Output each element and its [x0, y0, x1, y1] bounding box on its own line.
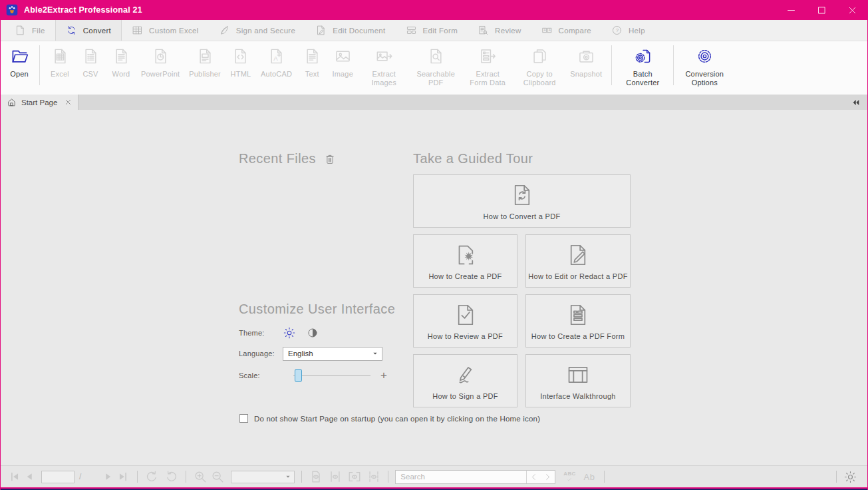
toolbar-button-label: Searchable PDF [414, 70, 457, 87]
copy-clipboard-icon [531, 47, 549, 65]
open-button[interactable]: Open [4, 41, 35, 79]
zoom-in-icon [193, 469, 208, 484]
scale-increase-button[interactable]: + [380, 369, 387, 382]
menu-tab-label: Edit Document [333, 27, 385, 35]
tour-card-how-to-review-a-pdf[interactable]: How to Review a PDF [413, 294, 517, 348]
publisher-button: Publisher [184, 41, 225, 79]
menu-tab-label: Custom Excel [149, 27, 199, 35]
tour-card-how-to-edit-or-redact-a-pdf[interactable]: How to Edit or Redact a PDF [525, 234, 631, 288]
csv-button: CSV [75, 41, 106, 79]
maximize-icon [816, 5, 827, 16]
menu-tab-label: Sign and Secure [236, 27, 296, 35]
menu-tab-custom-excel[interactable]: Custom Excel [122, 20, 209, 41]
maximize-button[interactable] [806, 0, 837, 20]
minimize-icon [786, 5, 797, 16]
searchable-pdf-button: Searchable PDF [410, 41, 462, 87]
rotate-clockwise-icon [144, 469, 159, 484]
custom-excel-icon [132, 25, 143, 36]
svg-text:A: A [543, 29, 546, 32]
tour-card-how-to-sign-a-pdf[interactable]: How to Sign a PDF [413, 354, 517, 407]
snapshot-icon [577, 47, 595, 65]
continuous-view-icon [328, 469, 343, 484]
menu-tab-review[interactable]: Review [468, 20, 531, 41]
search-input[interactable] [396, 473, 526, 481]
close-tab-icon[interactable] [65, 99, 72, 106]
tour-card-how-to-create-a-pdf[interactable]: How to Create a PDF [413, 234, 517, 288]
tour-card-how-to-create-a-pdf-form[interactable]: How to Create a PDF Form [525, 294, 631, 348]
guided-tour-heading: Take a Guided Tour [413, 151, 533, 166]
guided-tour-grid: How to Convert a PDFHow to Create a PDFH… [413, 174, 631, 407]
language-select[interactable]: English [283, 347, 382, 361]
recent-files-heading: Recent Files [239, 151, 336, 166]
separator [611, 45, 612, 85]
toolbar-button-label: Extract Form Data [466, 70, 509, 87]
slider-handle[interactable] [295, 369, 302, 382]
menu-tab-label: File [32, 27, 45, 35]
search-box [395, 470, 555, 484]
slider-track [293, 375, 370, 376]
tour-card-interface-walkthrough[interactable]: Interface Walkthrough [525, 354, 631, 407]
svg-text:A: A [548, 29, 551, 32]
separator [604, 471, 605, 483]
conversion-options-button[interactable]: Conversion Options [678, 41, 730, 87]
toolbar-button-label: Text [305, 70, 319, 79]
text-button: Text [297, 41, 327, 79]
toolbar-button-label: Batch Converter [621, 70, 664, 87]
tab-start-page[interactable]: Start Page [1, 95, 78, 110]
single-page-view-icon [309, 469, 323, 484]
toolbar-button-label: Open [10, 70, 29, 79]
separator [673, 45, 674, 85]
tab-label: Start Page [21, 99, 57, 107]
search-previous-icon[interactable] [528, 471, 539, 483]
page-divider: / [79, 472, 81, 481]
menu-tab-compare[interactable]: AACompare [531, 20, 601, 41]
tour-walkthrough-icon [565, 362, 591, 387]
menu-tab-edit-document[interactable]: Edit Document [305, 20, 395, 41]
toolbar-button-label: Conversion Options [683, 70, 726, 87]
continuous-facing-view-icon [366, 469, 381, 484]
titlebar: Able2Extract Professional 21 [1, 0, 867, 20]
tour-convert-icon [509, 182, 535, 208]
batch-converter-button[interactable]: Batch Converter [617, 41, 668, 87]
menu-tab-file[interactable]: File [5, 20, 55, 41]
close-button[interactable] [837, 0, 867, 20]
status-bar: / ABC Ab [1, 465, 867, 487]
menu-tab-sign-and-secure[interactable]: Sign and Secure [209, 20, 306, 41]
menu-tab-label: Convert [83, 27, 111, 35]
spellcheck-label: ABC [563, 471, 575, 477]
image-button: Image [327, 41, 358, 79]
menu-tab-edit-form[interactable]: Edit Form [396, 20, 468, 41]
menu-tab-help[interactable]: ?Help [601, 20, 655, 41]
minimize-button[interactable] [776, 0, 806, 20]
extract-form-data-icon [479, 47, 497, 65]
brightness-theme-icon[interactable] [843, 470, 857, 484]
toolbar-button-label: PowerPoint [141, 70, 180, 79]
scale-slider[interactable] [293, 369, 370, 382]
extract-images-icon [375, 47, 393, 65]
light-theme-sun-icon[interactable] [283, 326, 296, 340]
extract-images-button: Extract Images [358, 41, 410, 87]
excel-icon [51, 47, 69, 65]
toolbar-button-label: Excel [51, 70, 69, 79]
tour-card-how-to-convert-a-pdf[interactable]: How to Convert a PDF [413, 174, 631, 228]
scale-label: Scale: [239, 371, 283, 379]
guided-tour-title: Take a Guided Tour [413, 151, 533, 166]
file-icon [15, 25, 26, 36]
check-icon [565, 477, 573, 482]
trash-icon[interactable] [324, 153, 336, 165]
collapse-tabs-icon[interactable] [851, 97, 861, 108]
tour-card-label: How to Convert a PDF [483, 212, 560, 220]
menu-tab-label: Compare [559, 27, 591, 35]
menu-tab-convert[interactable]: Convert [55, 20, 122, 41]
search-next-icon[interactable] [542, 471, 553, 483]
recent-files-title: Recent Files [239, 151, 316, 166]
review-icon [478, 25, 489, 36]
tour-card-label: How to Create a PDF [428, 272, 502, 280]
publisher-icon [196, 47, 214, 65]
separator [526, 471, 527, 483]
dark-theme-contrast-icon[interactable] [307, 327, 319, 339]
extract-form-data-button: Extract Form Data [462, 41, 513, 87]
theme-label: Theme: [239, 329, 283, 337]
startup-checkbox-row: Do not show Start Page on startup (you c… [239, 414, 540, 423]
startup-checkbox[interactable] [239, 414, 248, 423]
